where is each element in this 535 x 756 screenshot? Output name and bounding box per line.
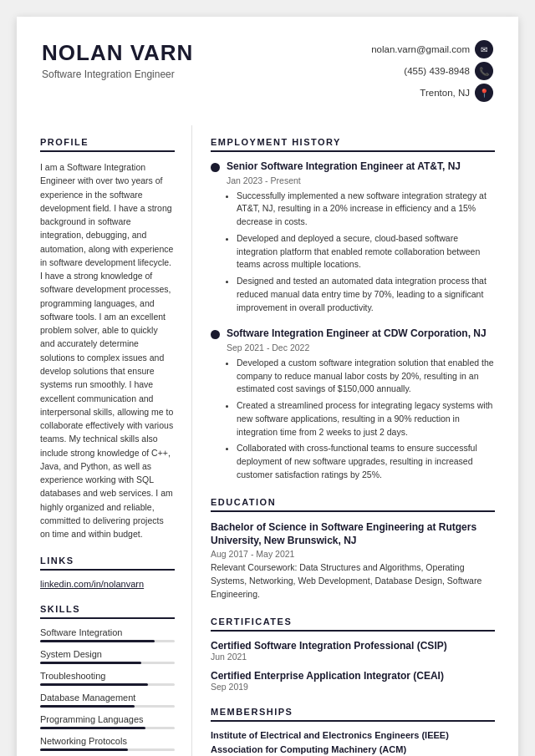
job-date: Sep 2021 - Dec 2022 <box>227 342 495 353</box>
cert-date: Sep 2019 <box>211 682 495 692</box>
job-bullet: Successfully implemented a new software … <box>237 190 495 229</box>
email-icon: ✉ <box>475 40 493 58</box>
membership-item: Institute of Electrical and Electronics … <box>211 730 495 740</box>
body: PROFILE I am a Software Integration Engi… <box>17 117 518 756</box>
cert-title: Certified Software Integration Professio… <box>211 640 495 652</box>
skills-section-header: SKILLS <box>40 604 175 619</box>
cert-title: Certified Enterprise Application Integra… <box>211 670 495 682</box>
links-list: linkedin.com/in/nolanvarn <box>40 579 175 589</box>
skill-bar-bg <box>40 748 175 751</box>
job-bullet: Developed a custom software integration … <box>237 357 495 396</box>
skill-bar-fill <box>40 640 155 642</box>
skill-item: Programming Languages <box>40 714 175 729</box>
skill-bar-bg <box>40 662 175 664</box>
links-section-header: LINKS <box>40 556 175 571</box>
profile-section-header: PROFILE <box>40 137 175 152</box>
location-icon: 📍 <box>475 84 493 102</box>
education-section-header: EDUCATION <box>211 497 495 512</box>
skill-bar-bg <box>40 683 175 686</box>
job-item: Software Integration Engineer at CDW Cor… <box>211 327 495 481</box>
skill-item: Software Integration <box>40 627 175 642</box>
skill-name: Troubleshooting <box>40 671 175 681</box>
phone-icon: 📞 <box>475 62 493 80</box>
phone-text: (455) 439-8948 <box>404 66 470 76</box>
right-column: EMPLOYMENT HISTORY Senior Software Integ… <box>192 125 518 756</box>
job-dot <box>211 163 220 172</box>
header: NOLAN VARN Software Integration Engineer… <box>17 17 518 117</box>
skill-bar-bg <box>40 705 175 708</box>
left-column: PROFILE I am a Software Integration Engi… <box>17 125 192 756</box>
job-bullets: Developed a custom software integration … <box>227 357 495 482</box>
job-date: Jan 2023 - Present <box>227 175 495 185</box>
location-contact: Trenton, NJ 📍 <box>420 84 493 102</box>
job-title: Software Integration Engineer at CDW Cor… <box>227 327 487 341</box>
skill-name: Software Integration <box>40 627 175 637</box>
edu-degree: Bachelor of Science in Software Engineer… <box>211 520 495 549</box>
jobs-list: Senior Software Integration Engineer at … <box>211 160 495 482</box>
email-text: nolan.varn@gmail.com <box>371 44 470 54</box>
candidate-name: NOLAN VARN <box>42 40 193 66</box>
skill-bar-bg <box>40 640 175 642</box>
job-item: Senior Software Integration Engineer at … <box>211 160 495 314</box>
skills-list: Software Integration System Design Troub… <box>40 627 175 756</box>
skill-bar-fill <box>40 748 128 751</box>
job-bullet: Developed and deployed a secure, cloud-b… <box>237 232 495 271</box>
memberships-list: Institute of Electrical and Electronics … <box>211 730 495 754</box>
skill-item: Troubleshooting <box>40 671 175 686</box>
job-header: Software Integration Engineer at CDW Cor… <box>211 327 495 341</box>
memberships-section-header: MEMBERSHIPS <box>211 707 495 722</box>
linkedin-link[interactable]: linkedin.com/in/nolanvarn <box>40 579 175 589</box>
cert-date: Jun 2021 <box>211 652 495 662</box>
cert-item: Certified Software Integration Professio… <box>211 640 495 662</box>
edu-coursework: Relevant Coursework: Data Structures and… <box>211 561 495 601</box>
job-header: Senior Software Integration Engineer at … <box>211 160 495 174</box>
job-title: Senior Software Integration Engineer at … <box>227 160 461 174</box>
resume-container: NOLAN VARN Software Integration Engineer… <box>17 17 518 756</box>
header-right: nolan.varn@gmail.com ✉ (455) 439-8948 📞 … <box>371 40 493 102</box>
employment-section-header: EMPLOYMENT HISTORY <box>211 137 495 152</box>
location-text: Trenton, NJ <box>420 88 470 98</box>
job-bullet: Created a streamlined process for integr… <box>237 399 495 439</box>
cert-item: Certified Enterprise Application Integra… <box>211 670 495 692</box>
edu-date: Aug 2017 - May 2021 <box>211 549 495 559</box>
coursework-label: Relevant Coursework: <box>211 562 297 572</box>
certificates-list: Certified Software Integration Professio… <box>211 640 495 692</box>
skill-bar-fill <box>40 683 148 686</box>
membership-item: Association for Computing Machinery (ACM… <box>211 744 495 754</box>
skill-item: Networking Protocols <box>40 736 175 751</box>
profile-text: I am a Software Integration Engineer wit… <box>40 160 175 540</box>
skill-name: System Design <box>40 649 175 659</box>
email-contact: nolan.varn@gmail.com ✉ <box>371 40 493 58</box>
skill-bar-bg <box>40 727 175 729</box>
job-dot <box>211 330 220 339</box>
skill-bar-fill <box>40 662 141 664</box>
skill-bar-fill <box>40 727 145 729</box>
certificates-section-header: CERTIFICATES <box>211 616 495 632</box>
phone-contact: (455) 439-8948 📞 <box>404 62 493 80</box>
candidate-title: Software Integration Engineer <box>42 68 193 80</box>
skill-item: System Design <box>40 649 175 664</box>
skill-name: Networking Protocols <box>40 736 175 746</box>
job-bullet: Collaborated with cross-functional teams… <box>237 442 495 481</box>
job-bullets: Successfully implemented a new software … <box>227 190 495 315</box>
skill-bar-fill <box>40 705 135 708</box>
skill-name: Programming Languages <box>40 714 175 724</box>
skill-item: Database Management <box>40 693 175 708</box>
skill-name: Database Management <box>40 693 175 703</box>
job-bullet: Designed and tested an automated data in… <box>237 275 495 314</box>
header-left: NOLAN VARN Software Integration Engineer <box>42 40 193 80</box>
education-block: Bachelor of Science in Software Engineer… <box>211 520 495 601</box>
